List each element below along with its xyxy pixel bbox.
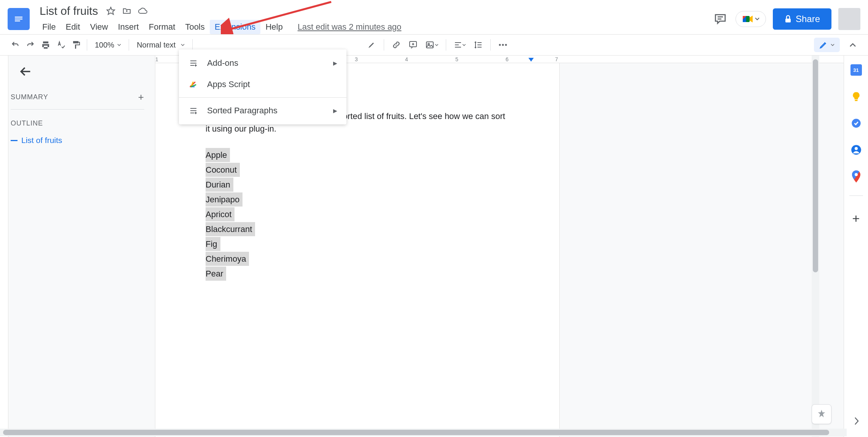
horizontal-scrollbar[interactable]: [0, 429, 847, 436]
meet-icon: [742, 14, 753, 24]
style-value: Normal text: [137, 41, 176, 49]
fruit-item: Durian: [206, 178, 233, 192]
editing-mode-button[interactable]: [814, 38, 840, 52]
insert-image-icon[interactable]: [422, 37, 441, 52]
dropdown-sorted-label: Sorted Paragraphs: [207, 106, 278, 116]
maps-icon[interactable]: [849, 169, 864, 184]
menu-format[interactable]: Format: [144, 20, 180, 34]
zoom-select[interactable]: 100%: [90, 41, 126, 49]
add-comment-icon[interactable]: [405, 37, 421, 52]
docs-logo-icon[interactable]: [8, 8, 30, 30]
svg-point-23: [499, 44, 501, 46]
redo-icon[interactable]: [23, 37, 38, 52]
toolbar-separator: [129, 39, 129, 51]
ruler-mark: 7: [555, 56, 558, 62]
menu-extensions[interactable]: Extensions: [210, 20, 261, 34]
dropdown-separator: [179, 97, 346, 98]
svg-point-31: [855, 173, 858, 176]
outline-item-label: List of fruits: [21, 136, 62, 145]
print-icon[interactable]: [38, 37, 53, 52]
menu-tools[interactable]: Tools: [180, 20, 209, 34]
spellcheck-icon[interactable]: [53, 37, 69, 52]
fruit-item: Apricot: [206, 207, 235, 221]
title-area: List of fruits File Edit View Insert For…: [37, 4, 712, 34]
highlight-color-icon[interactable]: [364, 37, 379, 52]
calendar-icon[interactable]: 31: [849, 62, 864, 78]
vertical-scrollbar[interactable]: [812, 56, 819, 437]
svg-point-30: [854, 147, 857, 150]
chevron-down-icon: [117, 44, 121, 46]
dropdown-sorted-paragraphs[interactable]: Sorted Paragraphs ▶: [179, 100, 346, 121]
submenu-arrow-icon: ▶: [333, 108, 337, 114]
add-summary-icon[interactable]: +: [138, 91, 144, 103]
toolbar-separator: [384, 39, 384, 51]
chevron-down-icon: [831, 44, 834, 46]
share-button[interactable]: Share: [773, 8, 831, 30]
last-edit-link[interactable]: Last edit was 2 minutes ago: [298, 22, 402, 32]
fruit-list: Apple Coconut Durian Jenipapo Apricot Bl…: [206, 148, 509, 281]
menu-edit[interactable]: Edit: [61, 20, 85, 34]
svg-marker-9: [750, 16, 753, 22]
ruler-mark: 5: [455, 56, 458, 62]
ruler-mark: 1: [155, 56, 158, 62]
svg-rect-0: [15, 17, 22, 18]
fruit-item: Coconut: [206, 163, 240, 177]
explore-button[interactable]: [812, 404, 831, 424]
cloud-status-icon[interactable]: [137, 6, 148, 16]
move-to-folder-icon[interactable]: [121, 6, 132, 16]
toolbar-separator: [446, 39, 446, 51]
svg-marker-26: [528, 58, 534, 62]
more-icon[interactable]: [495, 37, 511, 52]
undo-icon[interactable]: [8, 37, 23, 52]
meet-button[interactable]: [736, 11, 766, 27]
menu-insert[interactable]: Insert: [113, 20, 144, 34]
addons-plus-icon[interactable]: +: [852, 211, 860, 226]
scrollbar-thumb[interactable]: [813, 59, 818, 272]
contacts-icon[interactable]: [849, 142, 864, 157]
dropdown-apps-script[interactable]: Apps Script: [179, 74, 346, 95]
collapse-side-icon[interactable]: [848, 413, 865, 429]
insert-link-icon[interactable]: [389, 37, 404, 52]
dropdown-addons[interactable]: Add-ons ▶: [179, 52, 346, 74]
text-style-select[interactable]: Normal text: [132, 41, 189, 49]
svg-rect-11: [368, 48, 375, 49]
menu-view[interactable]: View: [85, 20, 113, 34]
extensions-dropdown: Add-ons ▶ Apps Script Sorted Paragraphs …: [179, 49, 346, 124]
account-avatar[interactable]: [838, 8, 860, 30]
menu-help[interactable]: Help: [260, 20, 287, 34]
header-right: Share: [712, 8, 860, 30]
toolbar-separator: [87, 39, 87, 51]
outline-panel: SUMMARY + OUTLINE List of fruits: [0, 56, 155, 437]
dropdown-apps-script-label: Apps Script: [207, 79, 250, 89]
line-spacing-icon[interactable]: [471, 37, 486, 52]
svg-point-24: [502, 44, 504, 46]
star-icon[interactable]: [105, 6, 116, 16]
keep-icon[interactable]: [849, 89, 864, 104]
fruit-item: Blackcurrant: [206, 222, 255, 236]
svg-rect-15: [426, 42, 433, 48]
toolbar-separator: [192, 39, 193, 51]
outline-label: OUTLINE: [11, 119, 144, 127]
comments-icon[interactable]: [712, 11, 729, 27]
outline-marker-icon: [11, 140, 18, 141]
collapse-toolbar-icon[interactable]: [845, 37, 860, 52]
indent-marker-icon[interactable]: [528, 58, 534, 62]
outline-close-icon[interactable]: [18, 63, 34, 80]
chevron-down-icon: [181, 44, 185, 46]
svg-rect-10: [785, 19, 791, 22]
calendar-day: 31: [850, 64, 862, 76]
svg-point-25: [505, 44, 507, 46]
paint-format-icon[interactable]: [69, 37, 84, 52]
tasks-icon[interactable]: [849, 116, 864, 131]
svg-rect-1: [15, 19, 22, 20]
menu-file[interactable]: File: [37, 20, 61, 34]
dropdown-addons-label: Add-ons: [207, 58, 238, 68]
header-bar: List of fruits File Edit View Insert For…: [0, 0, 868, 34]
scrollbar-thumb[interactable]: [3, 430, 829, 435]
outline-item-row[interactable]: List of fruits: [11, 136, 144, 145]
summary-label: SUMMARY: [11, 93, 48, 101]
svg-rect-2: [15, 21, 20, 22]
align-icon[interactable]: [451, 37, 469, 52]
title-row: List of fruits: [37, 4, 712, 18]
document-title[interactable]: List of fruits: [37, 4, 100, 18]
